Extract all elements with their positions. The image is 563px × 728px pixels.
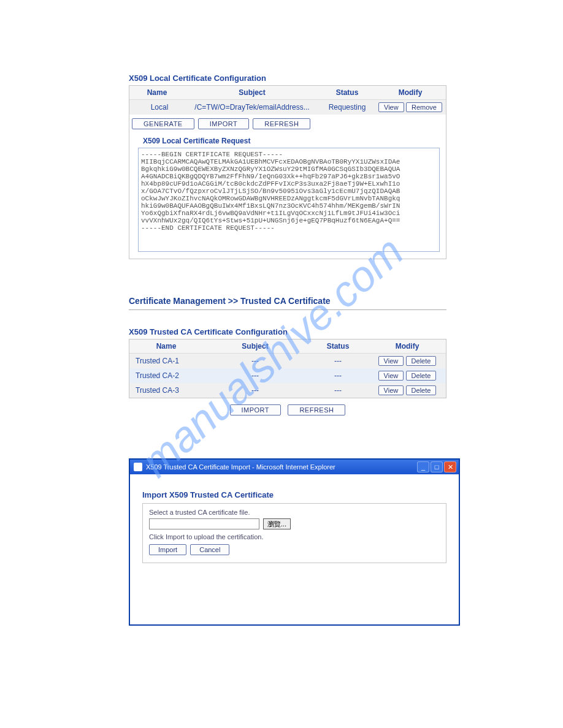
trusted-ca-table: Name Subject Status Modify Trusted CA-1-…	[129, 339, 446, 398]
file-path-input[interactable]	[149, 518, 259, 529]
col-subject: Subject	[185, 86, 320, 100]
table-row: Trusted CA-2------View Delete	[129, 368, 446, 383]
divider	[129, 309, 446, 310]
col-status: Status	[307, 339, 369, 354]
import-button[interactable]: IMPORT	[230, 404, 282, 415]
col-name: Name	[129, 339, 203, 354]
cert-request-title: X509 Local Certificate Request	[138, 135, 440, 148]
dialog-title: X509 Trusted CA Certificate Import - Mic…	[146, 463, 335, 471]
view-button[interactable]: View	[378, 102, 404, 112]
view-button[interactable]: View	[378, 371, 404, 381]
trusted-ca-panel: Name Subject Status Modify Trusted CA-1-…	[129, 339, 446, 398]
table-row: Local /C=TW/O=DrayTek/emailAddress... Re…	[129, 100, 446, 115]
generate-button[interactable]: GENERATE	[132, 118, 194, 129]
local-cert-table: Name Subject Status Modify Local /C=TW/O…	[129, 86, 446, 115]
cancel-button[interactable]: Cancel	[190, 544, 229, 555]
import-button[interactable]: IMPORT	[198, 118, 250, 129]
delete-button[interactable]: Delete	[406, 385, 437, 395]
cell-modify: View Delete	[369, 383, 446, 398]
local-cert-actions: GENERATE IMPORT REFRESH	[129, 115, 446, 133]
maximize-button[interactable]: □	[431, 461, 443, 472]
trusted-ca-title: X509 Trusted CA Certificate Configuratio…	[129, 327, 446, 336]
cell-status: ---	[307, 354, 369, 369]
cell-subject: ---	[203, 368, 307, 383]
cell-subject: /C=TW/O=DrayTek/emailAddress...	[185, 100, 320, 115]
close-button[interactable]: ✕	[444, 461, 456, 472]
col-modify: Modify	[369, 339, 446, 354]
cell-subject: ---	[203, 354, 307, 369]
delete-button[interactable]: Delete	[406, 356, 437, 366]
import-heading: Import X509 Trusted CA Certificate	[142, 490, 446, 499]
import-dialog: X509 Trusted CA Certificate Import - Mic…	[129, 458, 460, 626]
select-file-label: Select a trusted CA certificate file.	[149, 509, 440, 516]
local-cert-title: X509 Local Certificate Configuration	[129, 74, 446, 83]
cell-name: Trusted CA-3	[129, 383, 203, 398]
trusted-ca-actions: IMPORT REFRESH	[129, 398, 446, 422]
cell-status: ---	[307, 368, 369, 383]
cell-name: Local	[129, 100, 185, 115]
cell-modify: View Delete	[369, 354, 446, 369]
file-select-box: Select a trusted CA certificate file. 瀏覽…	[142, 503, 446, 563]
col-modify: Modify	[375, 86, 446, 100]
breadcrumb: Certificate Management >> Trusted CA Cer…	[129, 296, 446, 306]
table-row: Trusted CA-1------View Delete	[129, 354, 446, 369]
col-subject: Subject	[203, 339, 307, 354]
col-status: Status	[320, 86, 375, 100]
view-button[interactable]: View	[378, 385, 404, 395]
delete-button[interactable]: Delete	[406, 371, 437, 381]
local-cert-panel: Name Subject Status Modify Local /C=TW/O…	[129, 85, 446, 259]
ie-icon	[134, 463, 142, 471]
col-name: Name	[129, 86, 185, 100]
cell-modify: View Remove	[375, 100, 446, 115]
refresh-button[interactable]: REFRESH	[253, 118, 310, 129]
cell-name: Trusted CA-1	[129, 354, 203, 369]
refresh-button[interactable]: REFRESH	[288, 404, 345, 415]
cell-status: ---	[307, 383, 369, 398]
import-submit-button[interactable]: Import	[149, 544, 186, 555]
view-button[interactable]: View	[378, 356, 404, 366]
table-row: Trusted CA-3------View Delete	[129, 383, 446, 398]
cell-modify: View Delete	[369, 368, 446, 383]
cert-request-textarea[interactable]	[138, 148, 440, 252]
browse-button[interactable]: 瀏覽...	[263, 518, 291, 529]
remove-button[interactable]: Remove	[406, 102, 442, 112]
cell-name: Trusted CA-2	[129, 368, 203, 383]
cell-status: Requesting	[320, 100, 375, 115]
cell-subject: ---	[203, 383, 307, 398]
minimize-button[interactable]: _	[417, 461, 429, 472]
dialog-titlebar[interactable]: X509 Trusted CA Certificate Import - Mic…	[130, 460, 459, 474]
upload-instruction: Click Import to upload the certification…	[149, 533, 440, 540]
